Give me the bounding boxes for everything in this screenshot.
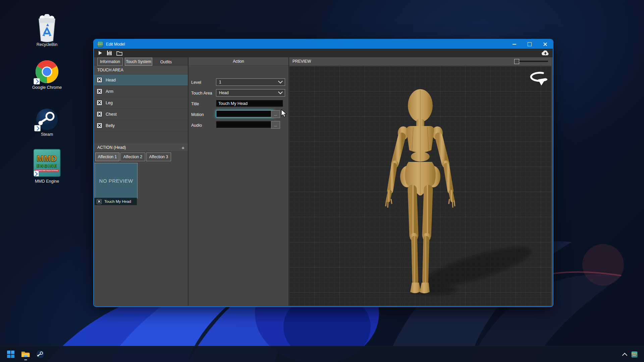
audio-browse-button[interactable]: ...	[271, 121, 280, 129]
zoom-slider[interactable]	[514, 59, 548, 64]
desktop-icon-steam[interactable]: Steam	[29, 108, 65, 137]
checkbox-checked[interactable]	[97, 77, 102, 83]
touch-area-item-head[interactable]: Head	[94, 74, 188, 86]
open-folder-button[interactable]	[116, 51, 122, 56]
touch-area-label: Touch Area	[191, 91, 212, 96]
taskbar-steam-button[interactable]	[34, 348, 47, 361]
touch-area-header: TOUCH AREA	[94, 66, 188, 74]
chevron-up-icon	[622, 353, 627, 358]
windows-logo-icon	[7, 351, 14, 358]
window-app-icon: MMD	[97, 41, 103, 47]
touch-system-panel: Information Touch System Outfits TOUCH A…	[94, 57, 188, 306]
close-button[interactable]	[537, 40, 553, 49]
level-label: Level	[191, 80, 201, 85]
file-explorer-icon	[21, 351, 30, 358]
mmd-engine-icon: MMD ENGINE CHARACTER TOUCH SYSTEM	[33, 149, 61, 177]
no-preview-text: NO PREVIEW	[99, 178, 133, 184]
preview-header: PREVIEW	[289, 57, 551, 66]
slider-handle[interactable]	[514, 59, 519, 64]
level-select[interactable]: 1	[216, 78, 285, 86]
edit-model-window: MMD Edit Model Information Touch System …	[93, 39, 553, 307]
motion-browse-button[interactable]: ...	[271, 110, 280, 118]
window-toolbar	[94, 49, 553, 57]
shortcut-arrow-icon	[33, 171, 39, 177]
touch-area-item-chest[interactable]: Chest	[94, 109, 188, 120]
file-explorer-button[interactable]	[19, 348, 32, 361]
mouse-cursor	[281, 109, 288, 118]
motion-input[interactable]	[216, 110, 274, 117]
affection-tabbar: Affection 1 Affection 2 Affection 3	[94, 152, 188, 161]
tray-mmd-engine-icon[interactable]: MMD ENGINE	[629, 348, 639, 361]
action-form-header: Action	[189, 57, 288, 66]
chevron-down-icon	[278, 89, 283, 94]
desktop-icon-recycle-bin[interactable]: RecycleBin	[29, 14, 65, 47]
maximize-icon	[528, 42, 532, 46]
touch-area-item-leg[interactable]: Leg	[94, 97, 188, 109]
checkbox-checked[interactable]	[97, 199, 101, 204]
preview-panel: PREVIEW	[289, 57, 551, 306]
preview-3d-scene	[289, 66, 551, 306]
save-button[interactable]	[107, 50, 112, 56]
action-item[interactable]: Touch My Head	[95, 198, 137, 205]
minimize-button[interactable]	[506, 40, 522, 49]
desktop-icon-chrome[interactable]: Google Chrome	[29, 60, 65, 90]
action-section-header: ACTION (Head) +	[94, 143, 188, 152]
audio-label: Audio	[191, 123, 202, 128]
touch-area-list: Head Arm Leg Chest Belly	[94, 74, 188, 143]
main-tabbar: Information Touch System Outfits	[94, 57, 188, 66]
chevron-down-icon	[278, 79, 283, 83]
shortcut-arrow-icon	[34, 125, 41, 131]
window-title: Edit Model	[106, 42, 125, 47]
tab-affection-3[interactable]: Affection 3	[146, 153, 171, 161]
action-preview-tile[interactable]: NO PREVIEW	[95, 163, 138, 198]
touch-area-item-arm[interactable]: Arm	[94, 86, 188, 97]
tab-outfits[interactable]: Outfits	[155, 58, 177, 66]
taskbar: MMD ENGINE	[0, 346, 644, 362]
title-label: Title	[191, 102, 199, 106]
tab-affection-2[interactable]: Affection 2	[120, 153, 145, 161]
tray-chevron-button[interactable]	[620, 348, 629, 361]
window-titlebar[interactable]: MMD Edit Model	[94, 40, 553, 49]
tab-affection-1[interactable]: Affection 1	[95, 153, 119, 161]
slider-track[interactable]	[519, 61, 548, 62]
add-action-button[interactable]: +	[181, 145, 184, 150]
desktop-icon-label: RecycleBin	[29, 42, 65, 47]
audio-input[interactable]	[216, 121, 274, 128]
steam-icon	[36, 350, 44, 358]
touch-area-item-belly[interactable]: Belly	[94, 120, 188, 131]
start-button[interactable]	[4, 348, 17, 361]
tab-information[interactable]: Information	[97, 58, 123, 66]
checkbox-checked[interactable]	[97, 88, 102, 94]
shortcut-arrow-icon	[34, 78, 40, 84]
checkbox-checked[interactable]	[97, 100, 102, 106]
motion-label: Motion	[191, 112, 204, 117]
close-icon	[543, 42, 547, 46]
minimize-icon	[513, 44, 516, 45]
recycle-bin-icon	[36, 14, 58, 42]
play-button[interactable]	[98, 51, 102, 55]
desktop-icon-label: MMD Engine	[29, 179, 65, 184]
preview-viewport[interactable]	[289, 66, 551, 306]
running-indicator	[24, 359, 27, 360]
cloud-upload-icon[interactable]	[541, 50, 549, 56]
checkbox-checked[interactable]	[97, 111, 102, 117]
touch-area-select[interactable]: Head	[216, 89, 285, 97]
title-input[interactable]: Touch My Head	[216, 100, 283, 107]
desktop-icon-mmd-engine[interactable]: MMD ENGINE CHARACTER TOUCH SYSTEM MMD En…	[29, 149, 65, 184]
checkbox-checked[interactable]	[97, 123, 102, 128]
desktop-icon-label: Google Chrome	[29, 85, 65, 90]
tab-touch-system[interactable]: Touch System	[125, 58, 152, 66]
desktop-icon-label: Steam	[29, 132, 65, 137]
maximize-button[interactable]	[522, 40, 537, 49]
action-form-panel: Action Level 1 Touch Area Head Title Tou…	[189, 57, 288, 306]
